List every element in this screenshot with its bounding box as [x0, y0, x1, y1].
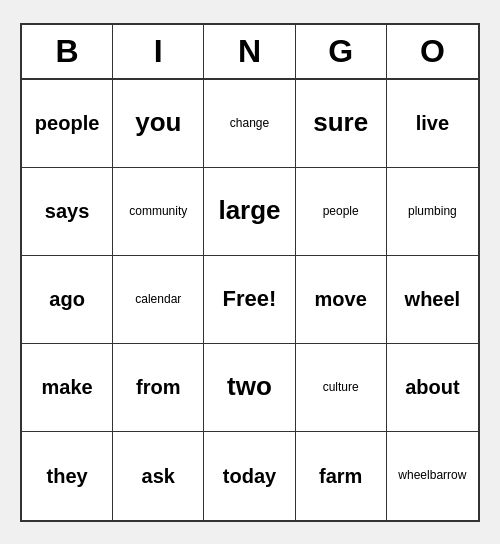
bingo-cell-18: culture — [296, 344, 387, 432]
cell-text-3: sure — [313, 107, 368, 138]
bingo-cell-2: change — [204, 80, 295, 168]
header-letter-g: G — [296, 25, 387, 78]
cell-text-12: Free! — [223, 286, 277, 312]
bingo-cell-24: wheelbarrow — [387, 432, 478, 520]
bingo-cell-23: farm — [296, 432, 387, 520]
cell-text-9: plumbing — [408, 204, 457, 218]
bingo-cell-9: plumbing — [387, 168, 478, 256]
header-letter-i: I — [113, 25, 204, 78]
cell-text-8: people — [323, 204, 359, 218]
cell-text-19: about — [405, 375, 459, 399]
cell-text-21: ask — [142, 464, 175, 488]
bingo-cell-5: says — [22, 168, 113, 256]
cell-text-1: you — [135, 107, 181, 138]
header-letter-o: O — [387, 25, 478, 78]
cell-text-22: today — [223, 464, 276, 488]
cell-text-24: wheelbarrow — [398, 468, 466, 482]
bingo-cell-12: Free! — [204, 256, 295, 344]
cell-text-20: they — [47, 464, 88, 488]
cell-text-13: move — [315, 287, 367, 311]
bingo-cell-7: large — [204, 168, 295, 256]
bingo-cell-17: two — [204, 344, 295, 432]
cell-text-17: two — [227, 371, 272, 402]
header-letter-b: B — [22, 25, 113, 78]
bingo-cell-21: ask — [113, 432, 204, 520]
cell-text-18: culture — [323, 380, 359, 394]
cell-text-14: wheel — [405, 287, 461, 311]
cell-text-5: says — [45, 199, 90, 223]
bingo-cell-22: today — [204, 432, 295, 520]
cell-text-2: change — [230, 116, 269, 130]
cell-text-6: community — [129, 204, 187, 218]
bingo-cell-15: make — [22, 344, 113, 432]
bingo-cell-19: about — [387, 344, 478, 432]
bingo-cell-16: from — [113, 344, 204, 432]
cell-text-16: from — [136, 375, 180, 399]
cell-text-0: people — [35, 111, 99, 135]
cell-text-4: live — [416, 111, 449, 135]
bingo-grid: peopleyouchangesurelivesayscommunitylarg… — [22, 80, 478, 520]
bingo-cell-8: people — [296, 168, 387, 256]
bingo-cell-4: live — [387, 80, 478, 168]
bingo-cell-11: calendar — [113, 256, 204, 344]
cell-text-23: farm — [319, 464, 362, 488]
bingo-cell-6: community — [113, 168, 204, 256]
cell-text-10: ago — [49, 287, 85, 311]
bingo-cell-13: move — [296, 256, 387, 344]
header-letter-n: N — [204, 25, 295, 78]
bingo-card: BINGO peopleyouchangesurelivesayscommuni… — [20, 23, 480, 522]
bingo-cell-14: wheel — [387, 256, 478, 344]
bingo-cell-20: they — [22, 432, 113, 520]
cell-text-7: large — [218, 195, 280, 226]
bingo-cell-1: you — [113, 80, 204, 168]
bingo-cell-0: people — [22, 80, 113, 168]
cell-text-11: calendar — [135, 292, 181, 306]
bingo-cell-10: ago — [22, 256, 113, 344]
bingo-header: BINGO — [22, 25, 478, 80]
cell-text-15: make — [42, 375, 93, 399]
bingo-cell-3: sure — [296, 80, 387, 168]
